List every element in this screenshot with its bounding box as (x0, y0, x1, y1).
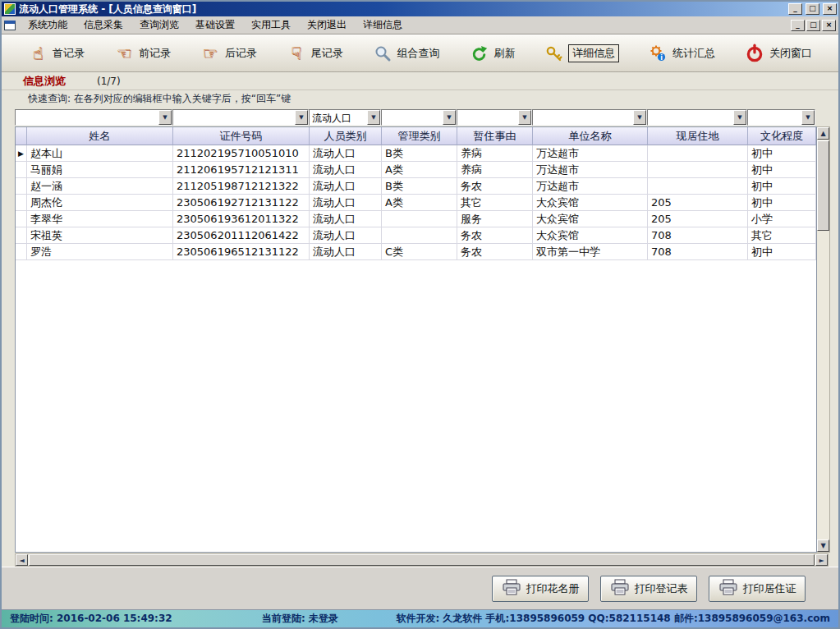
table-cell[interactable]: 211205198712121322 (173, 178, 310, 195)
next-record-button[interactable]: ☞ 后记录 (195, 40, 262, 67)
table-row[interactable]: 李翠华230506193612011322流动人口服务大众宾馆205小学 (16, 211, 816, 227)
table-cell[interactable]: 230506201112061422 (173, 227, 310, 244)
filter-combo-person-type[interactable]: 流动人口▼ (309, 109, 381, 126)
chevron-down-icon[interactable]: ▼ (158, 110, 172, 125)
menu-item-query[interactable]: 查询浏览 (132, 16, 186, 34)
table-cell[interactable] (382, 227, 457, 244)
statistics-button[interactable]: i 统计汇总 (643, 40, 720, 67)
table-row[interactable]: 周杰伦230506192712131122流动人口A类其它大众宾馆205初中 (16, 195, 816, 211)
table-cell[interactable]: 初中 (748, 162, 816, 178)
menu-item-system[interactable]: 系统功能 (21, 16, 75, 34)
column-header-education[interactable]: 文化程度 (748, 127, 816, 145)
mdi-minimize-button[interactable]: _ (791, 20, 805, 31)
close-window-button[interactable]: 关闭窗口 (740, 40, 817, 67)
print-residence-permit-button[interactable]: 打印居住证 (709, 576, 806, 602)
maximize-button[interactable]: □ (806, 3, 819, 15)
table-row[interactable]: ▶赵本山211202195710051010流动人口B类养病万达超市初中 (16, 145, 816, 162)
detail-info-button[interactable]: 详细信息 (539, 40, 623, 67)
child-window-icon[interactable] (4, 21, 16, 30)
table-cell[interactable]: 其它 (457, 195, 533, 211)
table-cell[interactable]: 赵一涵 (27, 178, 173, 195)
column-header-residence[interactable]: 现居住地 (648, 127, 748, 145)
table-cell[interactable]: 大众宾馆 (533, 227, 648, 244)
table-cell[interactable]: 230506193612011322 (173, 211, 310, 227)
vertical-scroll-thumb[interactable] (817, 140, 829, 231)
menu-item-collect[interactable]: 信息采集 (76, 16, 131, 34)
table-cell[interactable]: 万达超市 (533, 178, 648, 195)
table-cell[interactable]: C类 (382, 244, 457, 260)
table-cell[interactable]: 流动人口 (310, 244, 382, 260)
table-cell[interactable]: 罗浩 (27, 244, 173, 260)
table-cell[interactable]: 务农 (457, 178, 533, 195)
table-cell[interactable]: 其它 (748, 227, 816, 244)
table-cell[interactable]: 流动人口 (310, 145, 382, 162)
table-row[interactable]: 罗浩230506196512131122流动人口C类务农双市第一中学708初中 (16, 244, 816, 260)
table-cell[interactable]: 初中 (748, 178, 816, 195)
close-button[interactable]: × (823, 3, 837, 15)
table-cell[interactable] (648, 145, 748, 162)
table-cell[interactable]: 李翠华 (27, 211, 173, 227)
print-roster-button[interactable]: 打印花名册 (492, 576, 589, 602)
table-cell[interactable]: A类 (382, 162, 457, 178)
table-cell[interactable]: A类 (382, 195, 457, 211)
chevron-down-icon[interactable]: ▼ (518, 110, 531, 125)
filter-combo-reason[interactable]: ▼ (457, 109, 532, 126)
table-cell[interactable] (648, 178, 748, 195)
table-cell[interactable]: 服务 (457, 211, 533, 227)
table-cell[interactable]: 双市第一中学 (533, 244, 648, 260)
menu-item-tools[interactable]: 实用工具 (244, 16, 298, 34)
filter-combo-unit[interactable]: ▼ (532, 109, 647, 126)
table-cell[interactable]: 211206195712121311 (173, 162, 310, 178)
table-cell[interactable] (648, 162, 748, 178)
table-cell[interactable]: 230506196512131122 (173, 244, 310, 260)
table-row[interactable]: 马丽娟211206195712121311流动人口A类养病万达超市初中 (16, 162, 816, 178)
table-cell[interactable]: 230506192712131122 (173, 195, 310, 211)
chevron-down-icon[interactable]: ▼ (633, 110, 646, 125)
table-cell[interactable]: 205 (648, 195, 748, 211)
table-cell[interactable]: 务农 (457, 244, 533, 260)
scroll-down-icon[interactable]: ▼ (817, 539, 829, 552)
table-cell[interactable]: 205 (648, 211, 748, 227)
menu-item-exit[interactable]: 关闭退出 (300, 16, 354, 34)
chevron-down-icon[interactable]: ▼ (801, 110, 815, 125)
column-header-id-number[interactable]: 证件号码 (173, 127, 310, 145)
first-record-button[interactable]: ☝ 首记录 (23, 40, 90, 67)
mdi-restore-button[interactable]: □ (806, 20, 820, 31)
table-cell[interactable]: 流动人口 (310, 162, 382, 178)
chevron-down-icon[interactable]: ▼ (443, 110, 456, 125)
filter-combo-name[interactable]: ▼ (15, 109, 172, 126)
table-cell[interactable]: 宋祖英 (27, 227, 173, 244)
table-cell[interactable]: 流动人口 (310, 211, 382, 227)
table-cell[interactable]: 养病 (457, 162, 533, 178)
filter-combo-education[interactable]: ▼ (747, 109, 815, 126)
table-cell[interactable]: 大众宾馆 (533, 195, 648, 211)
table-cell[interactable]: 211202195710051010 (173, 145, 310, 162)
filter-combo-residence[interactable]: ▼ (647, 109, 747, 126)
vertical-scrollbar[interactable]: ▲ ▼ (817, 126, 830, 553)
chevron-down-icon[interactable]: ▼ (295, 110, 308, 125)
table-cell[interactable]: 赵本山 (27, 145, 173, 162)
chevron-down-icon[interactable]: ▼ (733, 110, 746, 125)
refresh-button[interactable]: 刷新 (464, 40, 520, 67)
minimize-button[interactable]: _ (788, 3, 802, 15)
chevron-down-icon[interactable]: ▼ (367, 110, 380, 125)
scroll-up-icon[interactable]: ▲ (817, 127, 829, 140)
table-cell[interactable]: B类 (382, 178, 457, 195)
table-cell[interactable]: 流动人口 (310, 227, 382, 244)
table-cell[interactable]: 万达超市 (533, 162, 648, 178)
filter-combo-id-number[interactable]: ▼ (172, 109, 309, 126)
table-cell[interactable]: 务农 (457, 227, 533, 244)
tab-info-browse[interactable]: 信息浏览 (23, 74, 66, 89)
table-cell[interactable]: 流动人口 (310, 195, 382, 211)
table-cell[interactable]: 万达超市 (533, 145, 648, 162)
horizontal-scroll-thumb[interactable] (29, 554, 815, 566)
table-cell[interactable]: B类 (382, 145, 457, 162)
column-header-person-type[interactable]: 人员类别 (310, 127, 382, 145)
table-cell[interactable]: 马丽娟 (27, 162, 173, 178)
table-cell[interactable]: 708 (648, 227, 748, 244)
table-row[interactable]: 赵一涵211205198712121322流动人口B类务农万达超市初中 (16, 178, 816, 195)
table-cell[interactable]: 大众宾馆 (533, 211, 648, 227)
column-header-name[interactable]: 姓名 (27, 127, 173, 145)
column-header-unit[interactable]: 单位名称 (533, 127, 648, 145)
horizontal-scrollbar[interactable]: ◄ ► (15, 553, 829, 567)
